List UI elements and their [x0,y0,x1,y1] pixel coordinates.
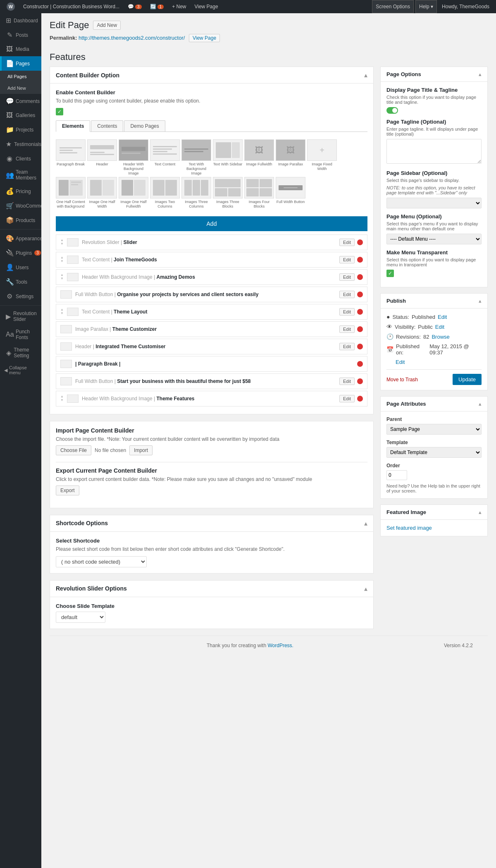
publish-toggle[interactable]: ▴ [479,298,482,304]
sidebar-item-pages[interactable]: 📄 Pages [0,56,41,71]
tagline-textarea[interactable] [386,139,482,164]
element-header[interactable]: Header [87,139,117,175]
tab-demo-pages[interactable]: Demo Pages [124,120,165,132]
menu-select[interactable]: ---- Default Menu ---- [386,234,482,244]
sidebar-item-plugins[interactable]: 🔌 Plugins 3 [0,246,41,260]
element-image-parallax[interactable]: 🖼 Image Parallax [276,139,305,175]
sort-down-9[interactable]: ▼ [60,399,64,402]
slide-template-select[interactable]: default [56,612,105,623]
sidebar-item-comments[interactable]: 💬 Comments 1 [0,94,41,108]
page-attributes-toggle[interactable]: ▴ [479,401,482,407]
display-title-toggle[interactable] [386,107,398,114]
tab-elements[interactable]: Elements [56,120,90,132]
element-image-fullwidth[interactable]: 🖼 Image Fullwidth [244,139,274,175]
element-images-three-columns[interactable]: Images Three Columns [181,177,211,209]
item-delete-btn-5[interactable] [357,326,363,332]
sidebar-item-products[interactable]: 📦 Products [0,213,41,227]
element-text-content[interactable]: Text Content [150,139,180,175]
sidebar-item-dashboard[interactable]: ⊞ Dashboard [0,13,41,28]
item-delete-btn-2[interactable] [357,274,363,280]
sidebar-item-posts[interactable]: ✎ Posts [0,28,41,42]
content-builder-toggle[interactable]: ▴ [364,71,367,79]
sort-arrows-4[interactable]: ▲ ▼ [60,308,64,315]
import-button[interactable]: Import [129,445,153,455]
help-btn[interactable]: Help ▾ [415,0,437,13]
content-builder-header[interactable]: Content Builder Option ▴ [50,67,373,84]
enable-cb-checkbox[interactable]: ✓ [56,108,63,115]
element-images-three-blocks[interactable]: Images Three Blocks [213,177,243,209]
page-options-toggle[interactable]: ▴ [479,71,482,77]
view-page-link[interactable]: View Page [191,0,221,13]
featured-image-header[interactable]: Featured Image ▴ [381,505,487,520]
choose-file-button[interactable]: Choose File [56,445,91,455]
new-content-menu[interactable]: + New [169,0,189,13]
sidebar-item-media[interactable]: 🖼 Media [0,42,41,56]
item-delete-btn-4[interactable] [357,309,363,315]
sidebar-item-woocommerce[interactable]: 🛒 WooCommerce [0,198,41,213]
sidebar-item-add-new-page[interactable]: Add New [0,82,41,94]
item-delete-btn-9[interactable] [357,396,363,402]
view-page-button[interactable]: View Page [189,34,220,42]
element-one-half-content-bg[interactable]: One Half Content with Background [56,177,86,209]
revisions-browse-link[interactable]: Browse [432,334,449,340]
sidebar-select[interactable] [386,198,482,208]
element-header-bg[interactable]: Header With Background Image [119,139,148,175]
item-delete-btn-0[interactable] [357,239,363,245]
comments-menu[interactable]: 💬 3 [124,0,145,13]
item-edit-btn-5[interactable]: Edit [339,325,355,333]
item-delete-btn-7[interactable] [357,361,363,367]
sort-down-4[interactable]: ▼ [60,312,64,315]
item-delete-btn-8[interactable] [357,378,363,384]
item-edit-btn-9[interactable]: Edit [339,395,355,402]
set-featured-image-link[interactable]: Set featured image [386,525,432,531]
sidebar-item-settings[interactable]: ⚙ Settings [0,289,41,304]
order-input[interactable] [386,470,407,480]
item-edit-btn-1[interactable]: Edit [339,256,355,263]
sidebar-item-team-members[interactable]: 👥 Team Members [0,166,41,184]
element-text-bg-image[interactable]: Text With Background Image [181,139,211,175]
item-delete-btn-3[interactable] [357,292,363,297]
add-new-button[interactable]: Add New [93,21,121,30]
item-delete-btn-1[interactable] [357,257,363,263]
sidebar-item-testimonials[interactable]: ★ Testimonials [0,137,41,151]
sort-up-2[interactable]: ▲ [60,273,64,277]
element-image-one-half-width[interactable]: Image One Half Width [87,177,117,209]
element-paragraph-break[interactable]: Paragraph Break [56,139,86,175]
sort-down-1[interactable]: ▼ [60,260,64,263]
visibility-edit-link[interactable]: Edit [435,324,444,330]
element-full-width-button[interactable]: Full Width Button [276,177,305,209]
element-image-fixed-width[interactable]: + Image Fixed Width [307,139,337,175]
sidebar-item-pricing[interactable]: 💰 Pricing [0,184,41,198]
permalink-url[interactable]: http://themes.themegoods2.com/constructo… [79,35,185,41]
item-edit-btn-3[interactable]: Edit [339,291,355,298]
howdy-menu[interactable]: Howdy, ThemeGoods [439,0,493,13]
transparent-checkbox[interactable]: ✓ [386,270,394,277]
item-edit-btn-6[interactable]: Edit [339,343,355,350]
sidebar-item-punch-fonts[interactable]: Aa Punch Fonts [0,325,41,344]
sidebar-item-theme-setting[interactable]: ◈ Theme Setting [0,344,41,362]
rev-slider-toggle[interactable]: ▴ [364,585,367,593]
sidebar-item-revolution-slider[interactable]: ▶ Revolution Slider [0,307,41,325]
add-element-button[interactable]: Add [56,216,367,231]
sort-arrows-0[interactable]: ▲ ▼ [60,239,64,246]
status-edit-link[interactable]: Edit [438,314,447,320]
screen-options-btn[interactable]: Screen Options [372,0,414,13]
item-edit-btn-8[interactable]: Edit [339,378,355,385]
element-images-four-blocks[interactable]: Images Four Blocks [244,177,274,209]
sidebar-item-users[interactable]: 👤 Users [0,260,41,275]
item-edit-btn-4[interactable]: Edit [339,308,355,316]
item-edit-btn-2[interactable]: Edit [339,273,355,281]
page-attributes-header[interactable]: Page Attributes ▴ [381,397,487,411]
element-image-one-half-fullwidth[interactable]: Image One Half Fullwidth [119,177,148,209]
sort-up-4[interactable]: ▲ [60,308,64,311]
sort-arrows-9[interactable]: ▲ ▼ [60,395,64,402]
sort-up-0[interactable]: ▲ [60,239,64,242]
template-select[interactable]: Default Template [386,447,482,458]
updates-menu[interactable]: 🔄 1 [147,0,167,13]
shortcode-select[interactable]: ( no short code selected) [56,556,147,567]
sidebar-item-clients[interactable]: ◉ Clients [0,151,41,166]
sort-up-1[interactable]: ▲ [60,256,64,259]
element-images-two-columns[interactable]: Images Two Columns [150,177,180,209]
publish-header[interactable]: Publish ▴ [381,294,487,308]
sidebar-item-appearance[interactable]: 🎨 Appearance [0,231,41,246]
